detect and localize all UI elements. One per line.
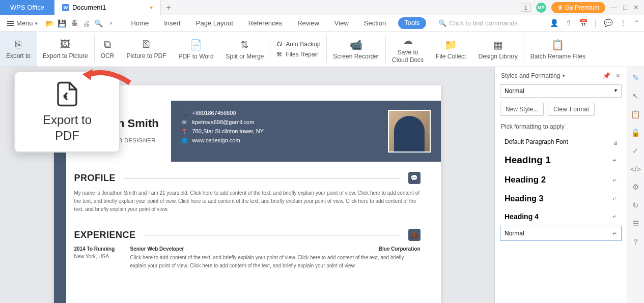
style-selector-dropdown[interactable]: Normal ▾: [500, 84, 622, 98]
exp-date[interactable]: 2014 To Running: [74, 246, 120, 252]
close-panel-icon[interactable]: ✕: [615, 72, 621, 79]
files-repair-button[interactable]: 🛠 Files Repair: [276, 51, 320, 58]
tab-review[interactable]: Review: [294, 17, 322, 29]
pdf-to-word-button[interactable]: 📄 PDF to Word: [172, 32, 219, 67]
tab-page-layout[interactable]: Page Layout: [193, 17, 236, 29]
recorder-icon: 📹: [350, 39, 362, 51]
window-number-badge[interactable]: 1: [521, 4, 531, 12]
print-icon[interactable]: 🖶: [69, 18, 79, 28]
document-name: Document1: [72, 4, 106, 11]
picture-to-pdf-button[interactable]: 🖻 Picture to PDF: [120, 32, 172, 67]
print-preview-icon[interactable]: 🖨: [81, 18, 92, 28]
new-style-button[interactable]: New Style...: [500, 103, 544, 116]
unsaved-indicator-icon: •: [150, 3, 153, 12]
open-icon[interactable]: 📂: [45, 18, 55, 28]
style-heading-4[interactable]: Heading 4 ↵: [500, 208, 622, 225]
tab-view[interactable]: View: [331, 17, 352, 29]
design-library-button[interactable]: ▦ Design Library: [472, 32, 523, 67]
style-heading-3[interactable]: Heading 3 ↵: [500, 190, 622, 207]
save-cloud-button[interactable]: ☁ Save to Cloud Docs: [386, 32, 430, 67]
main-menu-button[interactable]: Menu ▾: [4, 17, 41, 29]
globe-icon: 🌐: [181, 138, 187, 143]
profile-heading[interactable]: PROFILE: [74, 173, 116, 184]
code-rail-icon[interactable]: </>: [630, 165, 641, 173]
close-button[interactable]: ✕: [633, 4, 639, 11]
file-collect-button[interactable]: 📁 File Collect: [430, 32, 472, 67]
zoom-icon[interactable]: 🔍: [94, 18, 104, 28]
pin-icon[interactable]: 📌: [603, 72, 610, 79]
resume-contact-block[interactable]: 📞+8801867456600 ✉kpetrova698@gamil.com 📍…: [171, 101, 441, 162]
annotation-arrow-icon: [81, 65, 132, 90]
help-rail-icon[interactable]: ?: [633, 237, 637, 246]
style-heading-2[interactable]: Heading 2 ↵: [500, 171, 622, 189]
tab-home[interactable]: Home: [128, 17, 152, 29]
batch-rename-button[interactable]: 📋 Batch Rename Files: [524, 32, 592, 67]
hamburger-icon: [7, 21, 14, 26]
exp-description[interactable]: Click here to add content of the text, a…: [130, 254, 421, 270]
repair-icon: 🛠: [276, 51, 283, 58]
ocr-icon: ⧉: [104, 39, 111, 50]
settings-rail-icon[interactable]: ⚙: [632, 183, 639, 192]
review-rail-icon[interactable]: ✓: [632, 146, 639, 156]
library-icon: ▦: [493, 39, 503, 51]
history-rail-icon[interactable]: ↻: [632, 201, 639, 210]
style-normal[interactable]: Normal ↵: [500, 226, 622, 241]
profile-text[interactable]: My name is Jonathon Smith and I am 21 ye…: [74, 189, 421, 214]
crown-icon: ♛: [557, 4, 563, 11]
save-icon[interactable]: 💾: [57, 18, 67, 28]
paragraph-mark-icon: ↵: [612, 230, 617, 237]
autobackup-icon: 🗘: [276, 41, 283, 48]
share-icon[interactable]: 👤: [550, 19, 558, 28]
search-icon: 🔍: [438, 19, 446, 27]
tab-section[interactable]: Section: [361, 17, 389, 29]
export-to-picture-button[interactable]: 🖼 Export to Picture: [37, 32, 94, 67]
experience-heading[interactable]: EXPERIENCE: [74, 230, 136, 240]
format-rail-icon[interactable]: ✎: [632, 73, 639, 82]
maximize-button[interactable]: □: [623, 4, 627, 11]
more-options-icon[interactable]: ⋮: [620, 19, 627, 28]
ocr-button[interactable]: ⧉ OCR: [95, 32, 121, 67]
writer-doc-icon: W: [62, 4, 69, 11]
style-heading-1[interactable]: Heading 1 ↵: [500, 150, 622, 170]
go-premium-button[interactable]: ♛ Go Premium: [551, 2, 605, 13]
more-icon[interactable]: »: [106, 18, 116, 28]
document-tab[interactable]: W Document1 •: [54, 0, 161, 15]
profile-badge-icon: 💬: [408, 172, 421, 184]
rename-icon: 📋: [551, 39, 564, 51]
style-default-paragraph[interactable]: Default Paragraph Font a: [500, 134, 622, 149]
exp-company[interactable]: Blue Corporation: [379, 246, 421, 252]
exp-role[interactable]: Senior Web Developer: [130, 246, 369, 252]
email-icon: ✉: [181, 119, 187, 125]
lock-rail-icon[interactable]: 🔒: [631, 128, 640, 137]
user-avatar[interactable]: MP: [536, 3, 546, 13]
wps-tab[interactable]: WPS Office: [0, 0, 54, 15]
paragraph-mark-icon: ↵: [612, 177, 617, 184]
select-rail-icon[interactable]: ↖: [632, 92, 639, 101]
clipboard-rail-icon[interactable]: 📋: [631, 110, 640, 119]
task-pane-rail: ✎ ↖ 📋 🔒 ✓ </> ⚙ ↻ ☰ ?: [627, 67, 644, 303]
tab-references[interactable]: References: [245, 17, 285, 29]
tab-insert[interactable]: Insert: [161, 17, 184, 29]
screen-recorder-button[interactable]: 📹 Screen Recorder: [327, 32, 385, 67]
list-rail-icon[interactable]: ☰: [632, 219, 639, 228]
auto-backup-button[interactable]: 🗘 Auto Backup: [276, 41, 320, 48]
tab-tools[interactable]: Tools: [398, 17, 426, 29]
location-icon: 📍: [181, 129, 187, 134]
exp-location[interactable]: New York, USA: [74, 254, 120, 270]
dropdown-arrow-icon[interactable]: ▾: [563, 73, 565, 78]
clear-format-button[interactable]: Clear Format: [548, 103, 595, 116]
export-to-button[interactable]: ⎘ Export to: [0, 32, 37, 67]
chevron-down-icon: ▾: [35, 21, 38, 26]
new-tab-button[interactable]: +: [161, 3, 176, 12]
calendar-icon[interactable]: 📅: [579, 19, 587, 28]
command-search[interactable]: 🔍 Click to find commands: [438, 19, 518, 27]
collapse-ribbon-icon[interactable]: ⌃: [634, 19, 640, 28]
minimize-button[interactable]: —: [610, 4, 617, 11]
upload-icon[interactable]: ⇧: [566, 19, 572, 28]
comment-icon[interactable]: 💬: [604, 19, 612, 28]
split-merge-button[interactable]: ⇅ Split or Merge: [220, 32, 270, 67]
scroll-handle-icon[interactable]: ⋮: [488, 69, 493, 75]
resume-photo[interactable]: [388, 110, 431, 153]
pdf-word-icon: 📄: [190, 39, 203, 51]
chevron-down-icon: ▾: [614, 87, 617, 95]
